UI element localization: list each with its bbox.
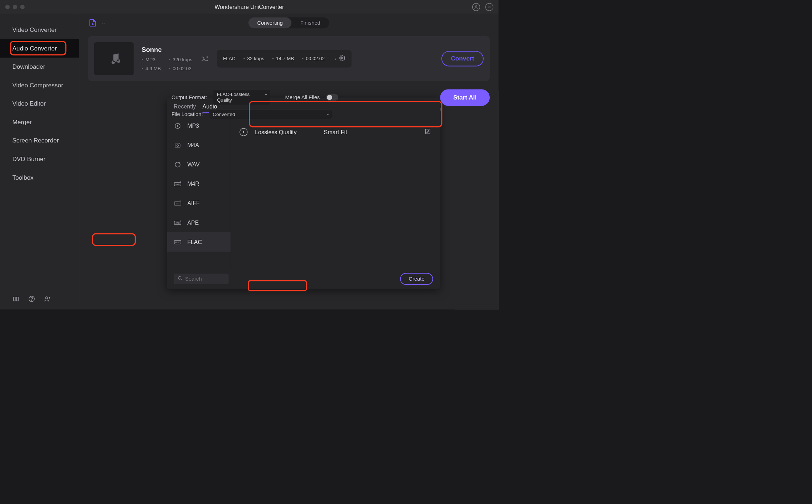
format-item-aiff[interactable]: AIFF AIFF <box>167 194 231 213</box>
format-search[interactable] <box>174 273 228 284</box>
file-card: Sonne MP3 320 kbps 4.9 MB 00:02:02 FLAC <box>88 36 490 81</box>
account-icon[interactable] <box>472 3 480 11</box>
format-item-m4a[interactable]: M4A <box>167 136 231 155</box>
format-label: WAV <box>187 161 200 168</box>
sidebar-item-toolbox[interactable]: Toolbox <box>0 168 79 187</box>
source-format: MP3 <box>141 57 161 63</box>
search-icon <box>178 276 183 282</box>
target-size: 14.7 MB <box>272 56 294 62</box>
help-icon[interactable] <box>28 295 35 302</box>
file-title: Sonne <box>141 46 192 53</box>
sidebar-item-label: DVD Burner <box>12 156 45 163</box>
format-item-wav[interactable]: WAV <box>167 155 231 174</box>
svg-text:AIFF: AIFF <box>176 203 180 205</box>
maximize-window-icon[interactable] <box>20 5 24 9</box>
app-window: Wondershare UniConverter Video Converter… <box>0 0 499 310</box>
create-preset-button[interactable]: Create <box>400 273 433 285</box>
sidebar-item-audio-converter[interactable]: Audio Converter <box>0 39 79 58</box>
svg-text:M4R: M4R <box>175 183 180 185</box>
source-bitrate: 320 kbps <box>169 57 192 63</box>
feedback-icon[interactable] <box>44 295 51 302</box>
sidebar-item-video-editor[interactable]: Video Editor <box>0 94 79 113</box>
file-location-value: Converted <box>213 111 235 117</box>
svg-text:APE: APE <box>176 222 180 224</box>
svg-rect-10 <box>175 144 180 147</box>
sidebar-item-video-compressor[interactable]: Video Compressor <box>0 76 79 94</box>
output-format-label: Output Format: <box>171 94 207 100</box>
app-title: Wondershare UniConverter <box>214 4 284 10</box>
svg-point-6 <box>45 297 48 299</box>
target-meta[interactable]: FLAC 32 kbps 14.7 MB 00:02:02 <box>217 50 352 68</box>
target-format: FLAC <box>223 56 236 62</box>
svg-point-0 <box>475 5 477 7</box>
status-tabs: Converting Finished <box>248 18 329 29</box>
menu-icon[interactable] <box>485 3 493 11</box>
source-size: 4.9 MB <box>141 66 161 72</box>
preset-fit: Smart Fit <box>324 129 347 135</box>
convert-button[interactable]: Convert <box>441 51 484 66</box>
format-label: APE <box>187 219 199 226</box>
format-search-input[interactable] <box>185 276 222 282</box>
tutorial-icon[interactable] <box>12 295 19 302</box>
format-item-m4r[interactable]: M4R M4R <box>167 174 231 194</box>
window-controls <box>5 5 25 9</box>
sidebar-item-screen-recorder[interactable]: Screen Recorder <box>0 131 79 150</box>
format-item-ape[interactable]: APE APE <box>167 213 231 232</box>
titlebar: Wondershare UniConverter <box>0 0 499 14</box>
svg-line-24 <box>181 279 182 280</box>
sidebar-item-label: Merger <box>12 119 32 126</box>
m4r-badge-icon: M4R <box>174 180 182 188</box>
format-label: M4R <box>187 180 199 187</box>
bottom-bar: Output Format: FLAC-Lossless Quality Mer… <box>79 86 499 126</box>
target-bitrate: 32 kbps <box>243 56 264 62</box>
file-location-select[interactable]: Converted <box>209 110 332 119</box>
svg-text:FLAC: FLAC <box>175 242 180 243</box>
ape-badge-icon: APE <box>174 219 182 227</box>
add-file-dropdown-caret-icon[interactable]: ⌄ <box>102 20 105 25</box>
convert-arrow-icon <box>200 55 209 63</box>
output-format-value: FLAC-Lossless Quality <box>217 92 250 103</box>
sidebar-item-label: Toolbox <box>12 174 33 181</box>
tab-finished[interactable]: Finished <box>291 18 329 29</box>
svg-point-23 <box>178 276 181 279</box>
sidebar: Video Converter Audio Converter Download… <box>0 14 79 309</box>
svg-point-7 <box>342 57 343 59</box>
sidebar-item-dvd-burner[interactable]: DVD Burner <box>0 150 79 169</box>
preset-area: Lossless Quality Smart Fit <box>231 116 440 269</box>
start-all-button[interactable]: Start All <box>440 89 490 106</box>
aiff-badge-icon: AIFF <box>174 199 182 207</box>
source-meta: MP3 320 kbps 4.9 MB 00:02:02 <box>141 57 192 72</box>
target-duration: 00:02:02 <box>302 56 325 62</box>
svg-point-5 <box>32 300 32 301</box>
sidebar-item-label: Screen Recorder <box>12 137 59 144</box>
content-topbar: ⌄ Converting Finished <box>79 14 499 32</box>
preset-disc-icon <box>240 128 247 136</box>
flac-badge-icon: FLAC <box>174 238 182 246</box>
disc-icon <box>174 161 182 169</box>
preset-quality: Lossless Quality <box>255 129 296 135</box>
add-file-icon[interactable] <box>88 18 98 28</box>
sidebar-item-label: Video Compressor <box>12 82 63 89</box>
format-label: M4A <box>187 142 199 149</box>
svg-point-11 <box>177 145 179 146</box>
tab-converting[interactable]: Converting <box>248 18 291 29</box>
format-popover: Recently Audio MP3 M4A <box>167 98 440 289</box>
format-label: AIFF <box>187 200 200 207</box>
sidebar-item-downloader[interactable]: Downloader <box>0 58 79 76</box>
output-format-select[interactable]: FLAC-Lossless Quality <box>213 90 270 105</box>
sidebar-item-video-converter[interactable]: Video Converter <box>0 21 79 39</box>
close-window-icon[interactable] <box>5 5 10 9</box>
source-duration: 00:02:02 <box>169 66 192 72</box>
format-list: MP3 M4A WAV M4R M4R <box>167 116 231 269</box>
merge-toggle[interactable] <box>326 94 338 101</box>
svg-point-21 <box>243 131 244 132</box>
edit-preset-icon[interactable] <box>425 128 431 136</box>
sidebar-item-merger[interactable]: Merger <box>0 113 79 132</box>
file-location-label: File Location: <box>171 111 203 117</box>
format-item-flac[interactable]: FLAC FLAC <box>167 232 231 252</box>
merge-label: Merge All Files <box>285 94 320 100</box>
sidebar-item-label: Downloader <box>12 63 45 71</box>
settings-icon[interactable] <box>334 55 345 62</box>
format-label: FLAC <box>187 238 202 245</box>
minimize-window-icon[interactable] <box>13 5 17 9</box>
